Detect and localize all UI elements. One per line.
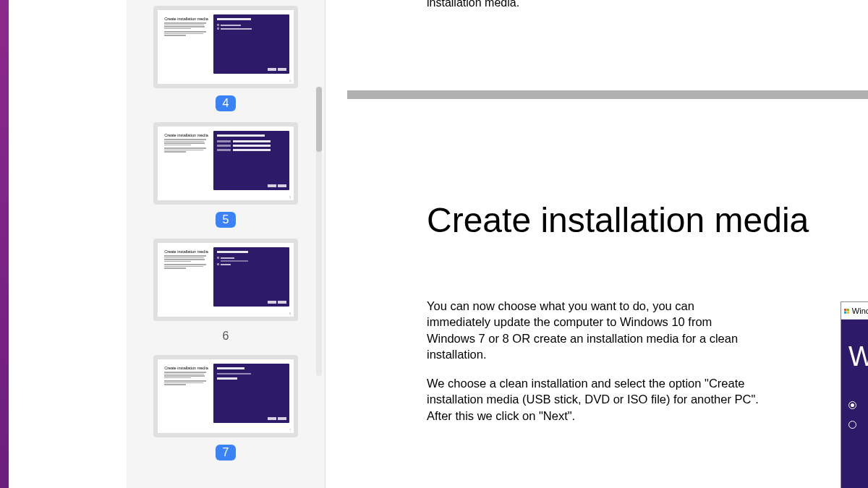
setup-window-preview: Windo W [841,301,868,488]
thumb-body-placeholder [164,22,208,36]
thumb-nav-buttons [268,417,286,420]
thumbnail-sidebar: Create installation media [127,0,326,488]
thumb-title: Create installation media [164,17,208,21]
radio-option-1[interactable] [848,401,868,409]
slide-number-badge[interactable]: 6 [216,328,237,344]
thumb-body-placeholder [164,372,208,385]
thumbnail-frame: Create installation media [153,6,298,88]
slide-number-badge[interactable]: 7 [216,445,237,461]
thumb-setup-window [213,131,289,190]
setup-heading-fragment: W [848,341,868,372]
thumb-page-number: 6 [289,312,291,315]
slide-title: Create installation media [427,200,809,240]
radio-icon [848,401,856,409]
thumbnail-frame: Create installation media [153,355,298,437]
thumb-nav-buttons [268,68,286,71]
thumb-nav-buttons [268,184,286,187]
thumb-setup-window [213,247,289,307]
window-title-text: Windo [852,307,868,315]
windows-logo-icon [844,307,849,315]
thumb-body-placeholder [164,139,208,153]
svg-rect-2 [844,311,846,313]
slide-number-badge[interactable]: 5 [216,212,237,228]
slide-paragraph-2: We choose a clean installation and selec… [427,375,760,424]
slide-body-text: You can now choose what you want to do, … [427,298,760,437]
thumb-body-placeholder [164,255,208,269]
thumb-page-number: 5 [289,196,291,199]
thumb-setup-window [213,364,289,423]
sidebar-scrollbar[interactable] [316,87,322,376]
thumbnail-slide-4[interactable]: Create installation media [153,6,298,111]
thumbnail-slide-6[interactable]: Create installation media [153,239,298,344]
thumbnail-frame: Create installation media [153,122,298,205]
thumbnail-content: Create installation media [158,359,294,433]
app-accent-edge [0,0,9,488]
radio-option-2[interactable] [848,421,868,429]
thumb-page-number: 4 [289,80,291,82]
slide-paragraph-1: You can now choose what you want to do, … [427,298,760,362]
window-titlebar: Windo [841,302,868,320]
setup-window-body: W [841,320,868,488]
scrollbar-thumb[interactable] [316,87,322,152]
slide-divider [347,90,868,99]
thumb-page-number: 7 [289,429,291,432]
svg-rect-0 [844,309,846,311]
thumb-title: Create installation media [164,366,208,370]
thumb-title: Create installation media [164,133,208,137]
thumbnail-content: Create installation media [158,127,294,200]
thumbnail-frame: Create installation media [153,239,298,321]
thumbnail-content: Create installation media [158,10,294,84]
thumb-title: Create installation media [164,249,208,254]
thumb-setup-window [213,14,289,74]
thumbnail-content: Create installation media [158,243,294,317]
radio-icon [848,421,856,429]
slide-number-badge[interactable]: 4 [216,95,237,111]
svg-rect-3 [847,311,849,313]
thumbnail-slide-5[interactable]: Create installation media [153,122,298,228]
svg-rect-1 [847,309,849,311]
current-slide[interactable]: Create installation media You can now ch… [347,99,868,488]
previous-slide-text-fragment: installation media. [427,0,519,9]
main-slide-area: installation media. Create installation … [326,0,868,488]
thumbnail-slide-7[interactable]: Create installation media [153,355,298,461]
thumb-nav-buttons [268,301,286,304]
